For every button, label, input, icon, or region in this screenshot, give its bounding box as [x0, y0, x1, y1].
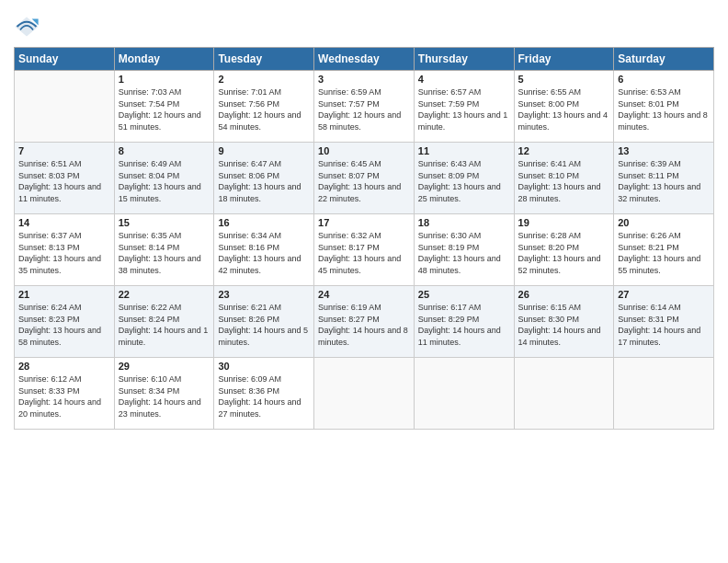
calendar-cell: 2Sunrise: 7:01 AMSunset: 7:56 PMDaylight…: [214, 71, 314, 143]
header-day-friday: Friday: [514, 48, 614, 71]
day-info: Sunrise: 6:30 AMSunset: 8:19 PMDaylight:…: [418, 230, 510, 276]
logo-icon: [14, 14, 40, 40]
calendar-cell: 13Sunrise: 6:39 AMSunset: 8:11 PMDayligh…: [614, 143, 714, 214]
day-info: Sunrise: 6:26 AMSunset: 8:21 PMDaylight:…: [618, 230, 710, 276]
day-info: Sunrise: 6:35 AMSunset: 8:14 PMDaylight:…: [119, 230, 210, 276]
day-info: Sunrise: 7:03 AMSunset: 7:54 PMDaylight:…: [119, 86, 210, 132]
day-info: Sunrise: 6:14 AMSunset: 8:31 PMDaylight:…: [618, 302, 710, 348]
calendar-cell: 29Sunrise: 6:10 AMSunset: 8:34 PMDayligh…: [114, 358, 214, 430]
calendar-cell: 10Sunrise: 6:45 AMSunset: 8:07 PMDayligh…: [314, 143, 415, 214]
calendar-table: SundayMondayTuesdayWednesdayThursdayFrid…: [14, 47, 714, 430]
calendar-cell: 25Sunrise: 6:17 AMSunset: 8:29 PMDayligh…: [414, 286, 514, 358]
day-info: Sunrise: 6:55 AMSunset: 8:00 PMDaylight:…: [518, 86, 610, 132]
calendar-cell: 3Sunrise: 6:59 AMSunset: 7:57 PMDaylight…: [314, 71, 415, 143]
day-info: Sunrise: 6:57 AMSunset: 7:59 PMDaylight:…: [418, 86, 510, 132]
day-number: 16: [218, 217, 310, 228]
day-info: Sunrise: 6:43 AMSunset: 8:09 PMDaylight:…: [418, 158, 510, 204]
day-info: Sunrise: 6:15 AMSunset: 8:30 PMDaylight:…: [518, 302, 610, 348]
day-number: 3: [318, 74, 410, 85]
day-number: 21: [18, 289, 110, 300]
day-info: Sunrise: 6:21 AMSunset: 8:26 PMDaylight:…: [218, 302, 310, 348]
day-number: 17: [318, 217, 410, 228]
day-info: Sunrise: 6:45 AMSunset: 8:07 PMDaylight:…: [318, 158, 410, 204]
day-info: Sunrise: 6:22 AMSunset: 8:24 PMDaylight:…: [119, 302, 210, 348]
logo: [14, 14, 43, 40]
day-number: 30: [218, 361, 310, 372]
day-info: Sunrise: 6:19 AMSunset: 8:27 PMDaylight:…: [318, 302, 410, 348]
day-info: Sunrise: 6:12 AMSunset: 8:33 PMDaylight:…: [18, 373, 110, 419]
calendar-cell: 9Sunrise: 6:47 AMSunset: 8:06 PMDaylight…: [214, 143, 314, 214]
day-info: Sunrise: 6:37 AMSunset: 8:13 PMDaylight:…: [18, 230, 110, 276]
day-info: Sunrise: 6:09 AMSunset: 8:36 PMDaylight:…: [218, 373, 310, 419]
day-info: Sunrise: 6:41 AMSunset: 8:10 PMDaylight:…: [518, 158, 610, 204]
calendar-cell: 14Sunrise: 6:37 AMSunset: 8:13 PMDayligh…: [15, 214, 115, 286]
day-info: Sunrise: 6:47 AMSunset: 8:06 PMDaylight:…: [218, 158, 310, 204]
day-number: 6: [618, 74, 710, 85]
calendar-cell: 18Sunrise: 6:30 AMSunset: 8:19 PMDayligh…: [414, 214, 514, 286]
calendar-cell: [15, 71, 115, 143]
day-number: 7: [18, 145, 110, 156]
day-number: 25: [418, 289, 510, 300]
week-row-3: 14Sunrise: 6:37 AMSunset: 8:13 PMDayligh…: [15, 214, 714, 286]
day-number: 18: [418, 217, 510, 228]
day-info: Sunrise: 6:32 AMSunset: 8:17 PMDaylight:…: [318, 230, 410, 276]
day-number: 2: [218, 74, 310, 85]
day-number: 15: [119, 217, 210, 228]
calendar-cell: 24Sunrise: 6:19 AMSunset: 8:27 PMDayligh…: [314, 286, 415, 358]
calendar-cell: 17Sunrise: 6:32 AMSunset: 8:17 PMDayligh…: [314, 214, 415, 286]
day-number: 19: [518, 217, 610, 228]
calendar-cell: 28Sunrise: 6:12 AMSunset: 8:33 PMDayligh…: [15, 358, 115, 430]
day-number: 27: [618, 289, 710, 300]
day-number: 13: [618, 145, 710, 156]
calendar-cell: 7Sunrise: 6:51 AMSunset: 8:03 PMDaylight…: [15, 143, 115, 214]
day-number: 29: [119, 361, 210, 372]
calendar-cell: 20Sunrise: 6:26 AMSunset: 8:21 PMDayligh…: [614, 214, 714, 286]
calendar-header: SundayMondayTuesdayWednesdayThursdayFrid…: [15, 48, 714, 71]
day-info: Sunrise: 6:53 AMSunset: 8:01 PMDaylight:…: [618, 86, 710, 132]
day-info: Sunrise: 6:17 AMSunset: 8:29 PMDaylight:…: [418, 302, 510, 348]
header-day-sunday: Sunday: [15, 48, 115, 71]
calendar-cell: 22Sunrise: 6:22 AMSunset: 8:24 PMDayligh…: [114, 286, 214, 358]
header-day-thursday: Thursday: [414, 48, 514, 71]
day-number: 28: [18, 361, 110, 372]
header: [14, 9, 714, 40]
calendar-cell: 21Sunrise: 6:24 AMSunset: 8:23 PMDayligh…: [15, 286, 115, 358]
week-row-1: 1Sunrise: 7:03 AMSunset: 7:54 PMDaylight…: [15, 71, 714, 143]
calendar-cell: 5Sunrise: 6:55 AMSunset: 8:00 PMDaylight…: [514, 71, 614, 143]
header-row: SundayMondayTuesdayWednesdayThursdayFrid…: [15, 48, 714, 71]
calendar-cell: 15Sunrise: 6:35 AMSunset: 8:14 PMDayligh…: [114, 214, 214, 286]
day-number: 20: [618, 217, 710, 228]
day-info: Sunrise: 6:51 AMSunset: 8:03 PMDaylight:…: [18, 158, 110, 204]
day-number: 11: [418, 145, 510, 156]
calendar-cell: 6Sunrise: 6:53 AMSunset: 8:01 PMDaylight…: [614, 71, 714, 143]
day-info: Sunrise: 6:34 AMSunset: 8:16 PMDaylight:…: [218, 230, 310, 276]
day-number: 4: [418, 74, 510, 85]
day-number: 9: [218, 145, 310, 156]
day-info: Sunrise: 6:59 AMSunset: 7:57 PMDaylight:…: [318, 86, 410, 132]
day-number: 14: [18, 217, 110, 228]
day-info: Sunrise: 6:10 AMSunset: 8:34 PMDaylight:…: [119, 373, 210, 419]
week-row-5: 28Sunrise: 6:12 AMSunset: 8:33 PMDayligh…: [15, 358, 714, 430]
calendar-cell: [414, 358, 514, 430]
calendar-cell: 23Sunrise: 6:21 AMSunset: 8:26 PMDayligh…: [214, 286, 314, 358]
calendar-cell: 27Sunrise: 6:14 AMSunset: 8:31 PMDayligh…: [614, 286, 714, 358]
calendar-cell: 16Sunrise: 6:34 AMSunset: 8:16 PMDayligh…: [214, 214, 314, 286]
calendar-cell: [314, 358, 415, 430]
calendar-cell: [614, 358, 714, 430]
week-row-2: 7Sunrise: 6:51 AMSunset: 8:03 PMDaylight…: [15, 143, 714, 214]
header-day-monday: Monday: [114, 48, 214, 71]
calendar-cell: 26Sunrise: 6:15 AMSunset: 8:30 PMDayligh…: [514, 286, 614, 358]
header-day-wednesday: Wednesday: [314, 48, 415, 71]
day-number: 1: [119, 74, 210, 85]
day-info: Sunrise: 6:49 AMSunset: 8:04 PMDaylight:…: [119, 158, 210, 204]
header-day-saturday: Saturday: [614, 48, 714, 71]
day-info: Sunrise: 7:01 AMSunset: 7:56 PMDaylight:…: [218, 86, 310, 132]
calendar-cell: 11Sunrise: 6:43 AMSunset: 8:09 PMDayligh…: [414, 143, 514, 214]
calendar-body: 1Sunrise: 7:03 AMSunset: 7:54 PMDaylight…: [15, 71, 714, 430]
calendar-cell: 4Sunrise: 6:57 AMSunset: 7:59 PMDaylight…: [414, 71, 514, 143]
page: SundayMondayTuesdayWednesdayThursdayFrid…: [0, 0, 728, 563]
day-info: Sunrise: 6:24 AMSunset: 8:23 PMDaylight:…: [18, 302, 110, 348]
day-number: 8: [119, 145, 210, 156]
day-info: Sunrise: 6:39 AMSunset: 8:11 PMDaylight:…: [618, 158, 710, 204]
day-info: Sunrise: 6:28 AMSunset: 8:20 PMDaylight:…: [518, 230, 610, 276]
